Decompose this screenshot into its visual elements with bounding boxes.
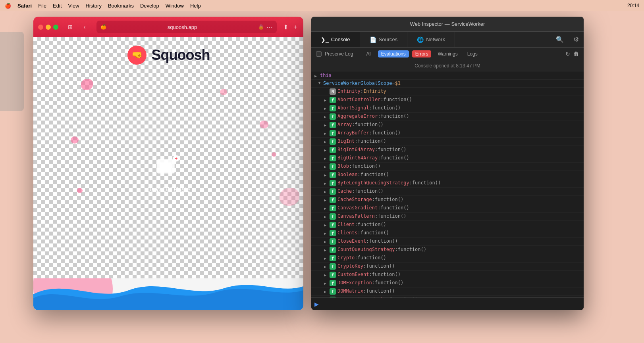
more-button[interactable]: ⋯ bbox=[266, 23, 273, 31]
prop-colon: : bbox=[369, 130, 372, 136]
clear-icon[interactable]: 🗑 bbox=[573, 51, 579, 57]
prop-name: CustomEvent bbox=[337, 272, 369, 277]
prop-name: Clients bbox=[337, 230, 358, 236]
console-output[interactable]: ▶ this ▶ ServiceWorkerGlobalScope = $1 N… bbox=[311, 71, 584, 297]
menu-window[interactable]: Window bbox=[166, 3, 184, 9]
url-text: squoosh.app bbox=[109, 24, 256, 30]
entry-expand[interactable]: ▶ bbox=[324, 173, 328, 177]
console-entry: ▶fCanvasGradient: function() bbox=[311, 204, 584, 213]
console-entry: ▶fDOMException: function() bbox=[311, 279, 584, 287]
this-expand-arrow[interactable]: ▶ bbox=[314, 74, 318, 78]
settings-button[interactable]: ⚙ bbox=[569, 32, 584, 47]
badge-f: f bbox=[330, 222, 336, 228]
prop-value: function() bbox=[361, 172, 389, 177]
prop-value: function() bbox=[358, 138, 386, 144]
share-button[interactable]: ⬆ bbox=[283, 23, 288, 31]
filter-evaluations-button[interactable]: Evaluations bbox=[378, 50, 409, 57]
menu-view[interactable]: View bbox=[68, 3, 79, 9]
console-entry: ▶fCustomEvent: function() bbox=[311, 271, 584, 279]
entry-expand[interactable]: ▶ bbox=[324, 231, 328, 236]
menu-bookmarks[interactable]: Bookmarks bbox=[108, 3, 134, 9]
sidebar-toggle-button[interactable]: ⊞ bbox=[65, 21, 76, 33]
menu-develop[interactable]: Develop bbox=[140, 3, 159, 9]
menu-edit[interactable]: Edit bbox=[53, 3, 62, 9]
badge-f: f bbox=[330, 130, 336, 136]
prop-name: CountQueuingStrategy bbox=[337, 247, 395, 252]
entry-expand[interactable]: ▶ bbox=[324, 240, 328, 244]
sources-tab-icon: 📄 bbox=[370, 36, 376, 43]
prop-colon: : bbox=[378, 205, 380, 211]
new-tab-button[interactable]: ＋ bbox=[292, 23, 299, 31]
console-input-field[interactable] bbox=[322, 301, 580, 307]
refresh-icon[interactable]: ↻ bbox=[565, 51, 570, 57]
prop-value: function() bbox=[366, 288, 395, 294]
prop-name: CacheStorage bbox=[337, 197, 372, 202]
prop-name: AbortSignal bbox=[337, 105, 369, 111]
entry-expand[interactable]: ▶ bbox=[324, 281, 328, 286]
entry-expand[interactable]: ▶ bbox=[324, 223, 328, 227]
entry-expand[interactable]: ▶ bbox=[324, 248, 328, 252]
tab-sources[interactable]: 📄 Sources bbox=[360, 32, 408, 47]
entry-expand[interactable]: ▶ bbox=[324, 264, 328, 269]
network-tab-label: Network bbox=[426, 36, 445, 42]
prop-colon: : bbox=[409, 180, 412, 186]
filter-errors-button[interactable]: Errors bbox=[412, 50, 432, 57]
entry-expand[interactable]: ▶ bbox=[324, 165, 328, 169]
menu-file[interactable]: File bbox=[38, 3, 46, 9]
entry-expand[interactable]: ▶ bbox=[324, 148, 328, 152]
equals: = bbox=[392, 80, 395, 86]
safari-titlebar: ⊞ ‹ 🍊 squoosh.app 🔒 ⋯ ⬆ ＋ bbox=[33, 17, 303, 37]
entry-expand[interactable]: ▶ bbox=[324, 106, 328, 111]
entry-expand[interactable]: ▶ bbox=[324, 273, 328, 277]
tab-console[interactable]: ❯_ Console bbox=[311, 32, 360, 47]
entry-expand[interactable]: ▶ bbox=[324, 206, 328, 211]
preserve-log-checkbox[interactable] bbox=[316, 51, 322, 57]
entry-expand[interactable]: ▶ bbox=[324, 289, 328, 294]
filter-warnings-button[interactable]: Warnings bbox=[434, 50, 461, 57]
upload-drop-area[interactable]: + Drop OR Paste bbox=[147, 155, 190, 193]
badge-f: f bbox=[330, 172, 336, 178]
search-button[interactable]: 🔍 bbox=[551, 32, 569, 47]
menu-help[interactable]: Help bbox=[190, 3, 201, 9]
inspector-titlebar: Web Inspector — ServiceWorker bbox=[311, 17, 584, 32]
entry-expand[interactable]: ▶ bbox=[324, 181, 328, 186]
badge-f: f bbox=[330, 213, 336, 220]
squoosh-title: Squoosh bbox=[152, 47, 210, 63]
console-entry: ▶fCrypto: function() bbox=[311, 254, 584, 263]
prop-colon: : bbox=[358, 172, 361, 177]
squoosh-logo-icon: 🤜 bbox=[127, 45, 147, 65]
paste-link[interactable]: Paste bbox=[174, 186, 190, 193]
maximize-button[interactable] bbox=[53, 25, 58, 30]
scope-name: ServiceWorkerGlobalScope bbox=[323, 80, 392, 86]
prop-value: function() bbox=[380, 113, 409, 119]
entry-expand[interactable]: ▶ bbox=[324, 156, 328, 161]
back-button[interactable]: ‹ bbox=[79, 21, 90, 33]
scope-row: ▶ ServiceWorkerGlobalScope = $1 bbox=[311, 80, 584, 88]
menu-history[interactable]: History bbox=[85, 3, 101, 9]
minimize-button[interactable] bbox=[46, 25, 51, 30]
prop-colon: : bbox=[355, 222, 357, 227]
close-button[interactable] bbox=[38, 25, 43, 30]
prop-value: function() bbox=[375, 280, 403, 286]
entry-expand[interactable]: ▶ bbox=[324, 198, 328, 202]
entry-expand[interactable]: ▶ bbox=[324, 190, 328, 194]
entry-expand[interactable]: ▶ bbox=[324, 256, 328, 261]
entry-expand[interactable]: ▶ bbox=[324, 98, 328, 102]
menu-safari[interactable]: Safari bbox=[17, 3, 32, 9]
filter-logs-button[interactable]: Logs bbox=[464, 50, 481, 57]
prop-name: Cache bbox=[337, 188, 352, 194]
badge-f: f bbox=[330, 122, 336, 128]
url-bar[interactable]: 🍊 squoosh.app 🔒 ⋯ bbox=[96, 21, 277, 33]
tab-network[interactable]: 🌐 Network bbox=[407, 32, 455, 47]
entry-expand[interactable]: ▶ bbox=[324, 140, 328, 144]
entry-expand[interactable]: ▶ bbox=[324, 131, 328, 136]
apple-menu[interactable]: 🍎 bbox=[5, 3, 11, 9]
console-entry: ▶fCloseEvent: function() bbox=[311, 238, 584, 246]
prop-value: function() bbox=[398, 247, 426, 252]
entry-expand[interactable]: ▶ bbox=[324, 123, 328, 127]
filter-all-button[interactable]: All bbox=[363, 50, 374, 57]
decorative-blob-2 bbox=[71, 136, 79, 144]
scope-expand-arrow[interactable]: ▶ bbox=[318, 82, 322, 86]
entry-expand[interactable]: ▶ bbox=[324, 215, 328, 219]
entry-expand[interactable]: ▶ bbox=[324, 115, 328, 119]
